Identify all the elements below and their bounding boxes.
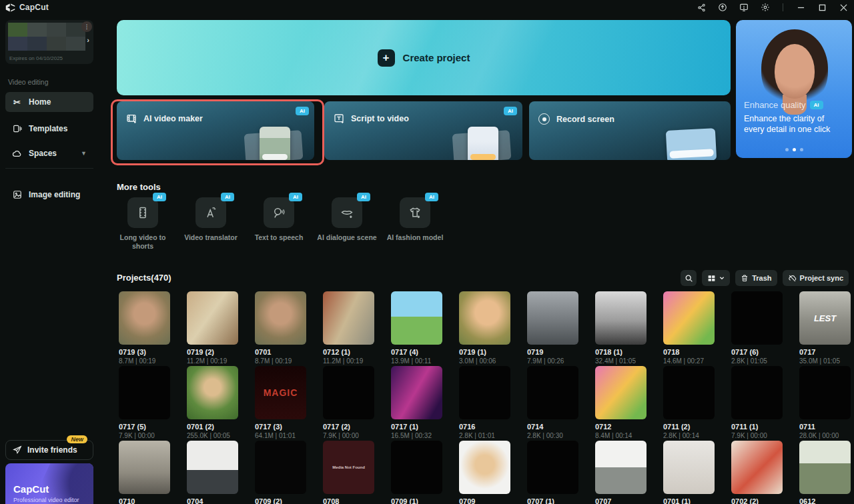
project-card[interactable]: 0612 (799, 441, 851, 504)
project-thumbnail[interactable] (527, 441, 578, 494)
sidebar-item-spaces[interactable]: Spaces ▼ (5, 143, 93, 163)
project-thumbnail[interactable] (119, 441, 170, 494)
project-thumbnail[interactable] (119, 291, 170, 345)
project-card[interactable]: 0710 (119, 441, 170, 504)
project-thumbnail[interactable] (663, 291, 715, 345)
film-strip-icon[interactable] (127, 197, 158, 228)
project-card[interactable]: 0701 (2)255.0K | 00:05 (187, 366, 238, 441)
project-thumbnail[interactable]: Media Not Found (323, 441, 374, 494)
enhance-quality-promo[interactable]: Enhance quality AI Enhance the clarity o… (736, 20, 852, 158)
project-card[interactable]: 0719 (2)11.2M | 00:19 (187, 291, 238, 366)
tool-video-translator[interactable]: AIVideo translator (177, 197, 245, 251)
project-thumbnail[interactable] (527, 291, 578, 345)
project-thumbnail[interactable] (187, 291, 238, 345)
project-card[interactable]: 0717 (5)7.9K | 00:00 (119, 366, 170, 441)
more-options-icon[interactable]: ⋮ (81, 21, 92, 32)
project-thumbnail[interactable] (459, 366, 510, 419)
translate-icon[interactable] (195, 197, 226, 228)
project-thumbnail[interactable] (731, 291, 783, 345)
project-card[interactable]: 0701 (1) (663, 441, 715, 504)
project-thumbnail[interactable] (527, 366, 578, 419)
minimize-button[interactable] (795, 2, 806, 13)
project-thumbnail[interactable] (187, 366, 238, 419)
speech-icon[interactable] (264, 197, 294, 228)
project-card[interactable]: 0719 (3)8.7M | 00:19 (119, 291, 170, 366)
tool-ai-fashion-model[interactable]: AIAI fashion model (381, 197, 449, 251)
carousel-dot[interactable] (793, 148, 796, 151)
project-card[interactable]: 0702 (2) (731, 441, 783, 504)
ai-video-maker-card[interactable]: AI AI video maker (117, 101, 314, 160)
carousel-dot[interactable] (785, 148, 789, 151)
project-thumbnail[interactable] (799, 441, 851, 494)
search-button[interactable] (681, 270, 697, 286)
project-card[interactable]: 0711 (1)7.9K | 00:00 (731, 366, 783, 441)
create-project-button[interactable]: + Create project (117, 20, 731, 95)
project-card[interactable]: 0711 (2)2.8K | 00:14 (663, 366, 715, 441)
project-card[interactable]: 071128.0K | 00:00 (799, 366, 851, 441)
tool-ai-dialogue-scene[interactable]: AIAI dialogue scene (313, 197, 381, 251)
script-to-video-card[interactable]: AI Script to video (324, 101, 522, 160)
project-thumbnail[interactable] (459, 291, 510, 345)
project-card[interactable]: 0707 (1) (527, 441, 578, 504)
project-card[interactable]: 07162.8K | 01:01 (459, 366, 510, 441)
project-card[interactable]: 0717 (6)2.8K | 01:05 (731, 291, 783, 366)
share-icon[interactable] (696, 2, 707, 13)
project-thumbnail[interactable] (459, 441, 510, 494)
project-card[interactable]: 0707 (595, 441, 647, 504)
project-thumbnail[interactable] (595, 366, 647, 419)
invite-friends-button[interactable]: Invite friends New (5, 440, 93, 460)
project-card[interactable]: 07142.8K | 00:30 (527, 366, 578, 441)
trial-banner[interactable]: ⋮ › Expires on 04/10/2025 (5, 20, 93, 64)
project-thumbnail[interactable] (255, 441, 306, 494)
project-thumbnail[interactable] (595, 441, 647, 494)
project-card[interactable]: 07018.7M | 00:19 (255, 291, 306, 366)
project-card[interactable]: MAGIC0717 (3)64.1M | 01:01 (255, 366, 306, 441)
project-thumbnail[interactable] (391, 366, 442, 419)
project-card[interactable]: 0709 (1) (391, 441, 442, 504)
tshirt-icon[interactable] (400, 197, 430, 228)
chevron-right-icon[interactable]: › (87, 36, 89, 44)
project-card[interactable]: 0717 (1)16.5M | 00:32 (391, 366, 442, 441)
project-thumbnail[interactable] (731, 366, 783, 419)
feedback-icon[interactable] (739, 2, 749, 13)
project-thumbnail[interactable] (663, 441, 715, 494)
project-card[interactable]: 0709 (459, 441, 510, 504)
project-thumbnail[interactable] (595, 291, 647, 345)
project-thumbnail[interactable] (391, 441, 442, 494)
project-thumbnail[interactable] (187, 441, 238, 494)
chevron-down-icon[interactable]: ▼ (81, 150, 87, 157)
project-thumbnail[interactable] (323, 291, 374, 345)
project-card[interactable]: 0717 (2)7.9K | 00:00 (323, 366, 374, 441)
lips-icon[interactable] (332, 197, 362, 228)
project-thumbnail[interactable] (731, 441, 783, 494)
capcut-pro-card[interactable]: CapCut Professional video editor (5, 463, 93, 504)
carousel-dot[interactable] (800, 148, 803, 151)
project-thumbnail[interactable] (255, 291, 306, 345)
project-card[interactable]: 071814.6M | 00:27 (663, 291, 715, 366)
project-thumbnail[interactable]: LEST (799, 291, 851, 345)
updates-icon[interactable] (717, 2, 728, 13)
project-thumbnail[interactable] (799, 366, 851, 419)
settings-gear-icon[interactable] (760, 2, 771, 13)
tool-long-video-to-shorts[interactable]: AILong video to shorts (109, 197, 177, 251)
project-card[interactable]: 0718 (1)32.4M | 01:05 (595, 291, 647, 366)
trash-button[interactable]: Trash (735, 270, 777, 286)
project-card[interactable]: 07197.9M | 00:26 (527, 291, 578, 366)
project-thumbnail[interactable] (119, 366, 170, 419)
carousel-dots[interactable] (736, 148, 852, 151)
project-card[interactable]: 0717 (4)13.9M | 00:11 (391, 291, 442, 366)
project-sync-button[interactable]: Project sync (783, 270, 849, 286)
project-card[interactable]: 07128.4M | 00:14 (595, 366, 647, 441)
project-card[interactable]: Media Not Found0708 (323, 441, 374, 504)
sidebar-item-home[interactable]: ✂ Home (5, 92, 93, 112)
project-card[interactable]: LEST071735.0M | 01:05 (799, 291, 851, 366)
tool-text-to-speech[interactable]: AIText to speech (245, 197, 313, 251)
project-thumbnail[interactable]: MAGIC (255, 366, 306, 419)
project-card[interactable]: 0709 (2) (255, 441, 306, 504)
project-thumbnail[interactable] (663, 366, 715, 419)
project-card[interactable]: 0719 (1)3.0M | 00:06 (459, 291, 510, 366)
project-thumbnail[interactable] (391, 291, 442, 345)
sidebar-item-image-editing[interactable]: Image editing (5, 185, 93, 205)
close-button[interactable] (838, 2, 849, 13)
project-thumbnail[interactable] (323, 366, 374, 419)
